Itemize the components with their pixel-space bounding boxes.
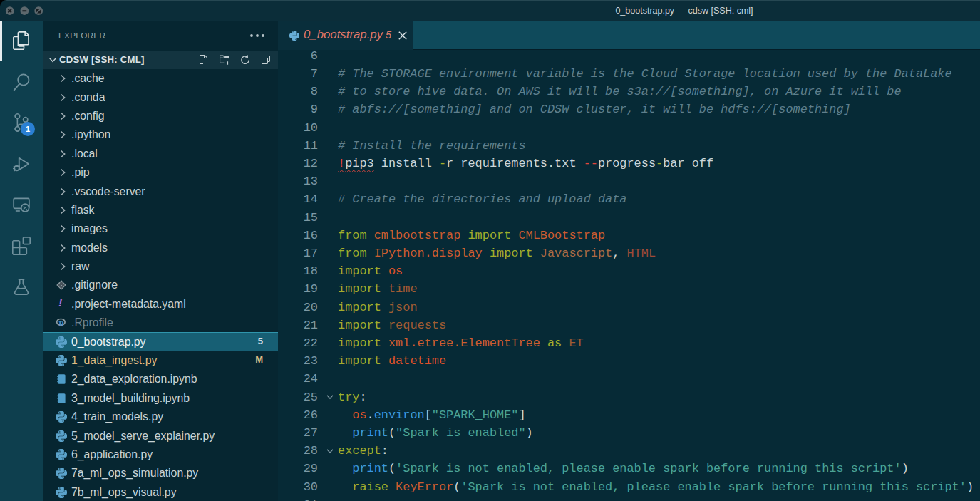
svg-text:R: R [58, 319, 65, 328]
